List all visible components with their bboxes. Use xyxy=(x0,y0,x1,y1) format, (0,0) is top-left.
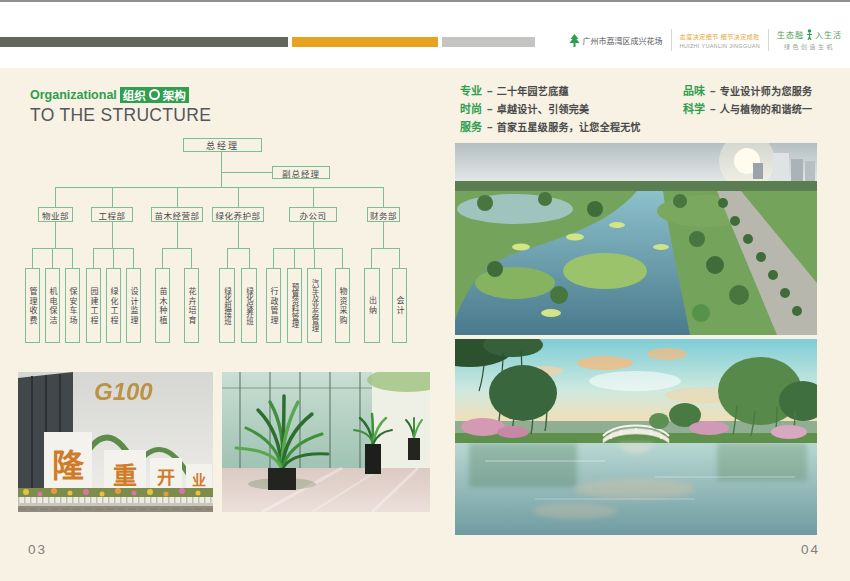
feature-dash: -- xyxy=(487,121,492,132)
divider xyxy=(671,29,672,51)
feature-text: 卓越设计、引领完美 xyxy=(497,101,590,116)
feature-label: 服务 xyxy=(460,118,482,134)
company-name: 广州市荔湾区成兴花场 xyxy=(583,35,663,46)
org-connector xyxy=(313,187,314,207)
motto-line1: 生态融 入生活 xyxy=(777,29,842,40)
org-unit: 园建工程 xyxy=(86,268,101,343)
org-node-general-manager: 总经理 xyxy=(183,138,262,152)
feature-row: 专业 -- 二十年园艺底蕴 xyxy=(460,84,641,96)
feature-text: 专业设计师为您服务 xyxy=(720,83,813,98)
org-connector xyxy=(177,187,178,207)
opening-char: 隆 xyxy=(52,448,85,484)
feature-row: 品味 -- 专业设计师为您服务 xyxy=(683,84,812,96)
org-unit: 管理收费 xyxy=(25,268,40,343)
title-cn-chip: 组织 架构 xyxy=(120,87,189,103)
person-plant-icon xyxy=(805,29,814,40)
org-unit: 物资采购 xyxy=(335,268,350,343)
feature-text: 首家五星级服务，让您全程无忧 xyxy=(497,119,641,134)
g100-topiary-sign: G100 xyxy=(94,378,153,405)
feature-label: 专业 xyxy=(460,82,482,98)
slogan-block: 态度决定细节 细节决定成败 HUIZHI YUANLIN JINGGUAN xyxy=(680,32,760,49)
org-connector xyxy=(162,248,192,249)
org-connector xyxy=(93,248,94,268)
org-connector xyxy=(72,248,73,268)
motto-part1: 生态融 xyxy=(777,29,804,40)
photo-grand-opening: G100 隆 重 开 业 xyxy=(18,372,213,512)
org-unit: 行政管理 xyxy=(266,268,281,343)
title-cn-part2: 架构 xyxy=(163,87,186,103)
org-connector xyxy=(238,222,239,248)
feature-row: 科学 -- 人与植物的和谐统一 xyxy=(683,102,812,114)
opening-char: 重 xyxy=(113,462,137,489)
org-unit: 苗木种植 xyxy=(155,268,170,343)
brand-cluster: 广州市荔湾区成兴花场 态度决定细节 细节决定成败 HUIZHI YUANLIN … xyxy=(569,24,842,56)
org-unit: 保安车场 xyxy=(65,268,80,343)
org-connector xyxy=(399,248,400,268)
opening-char: 开 xyxy=(157,468,175,488)
divider xyxy=(768,29,769,51)
feature-dash: -- xyxy=(487,103,492,114)
org-unit: 出纳 xyxy=(364,268,380,343)
org-connector xyxy=(273,248,343,249)
feature-label: 科学 xyxy=(683,100,705,116)
org-unit: 设计监理 xyxy=(126,268,141,343)
org-unit: 预算资料管理 xyxy=(287,268,302,343)
feature-dash: -- xyxy=(710,85,715,96)
org-connector xyxy=(313,222,314,248)
org-connector xyxy=(52,248,53,268)
org-connector xyxy=(112,222,113,248)
org-connector xyxy=(191,248,192,268)
tree-logo-icon xyxy=(569,34,580,47)
org-connector xyxy=(133,248,134,268)
page-title: Organizational 组织 架构 TO THE STRUCTURE xyxy=(30,86,211,126)
photo-lobby-plants xyxy=(222,372,430,512)
org-node-deputy-manager: 副总经理 xyxy=(272,166,330,179)
feature-row: 服务 -- 首家五星级服务，让您全程无忧 xyxy=(460,120,641,132)
org-connector xyxy=(221,152,222,187)
org-connector xyxy=(221,172,272,173)
org-unit: 机电保洁 xyxy=(45,268,60,343)
org-connector xyxy=(342,248,343,268)
org-connector xyxy=(314,248,315,268)
feature-text: 人与植物的和谐统一 xyxy=(720,101,813,116)
header-bar-light xyxy=(442,37,535,47)
org-connector xyxy=(383,187,384,207)
title-en-small: Organizational xyxy=(30,88,117,102)
org-unit: 绿化工程 xyxy=(106,268,121,343)
page-number-right: 04 xyxy=(801,542,820,557)
feature-text: 二十年园艺底蕴 xyxy=(497,83,569,98)
features-left-column: 专业 -- 二十年园艺底蕴 时尚 -- 卓越设计、引领完美 服务 -- 首家五星… xyxy=(460,84,641,138)
motto-block: 生态融 入生活 绿色创造生机 xyxy=(777,29,842,51)
org-unit: 花卉培育 xyxy=(184,268,199,343)
org-connector xyxy=(113,248,114,268)
org-unit: 会计 xyxy=(392,268,407,343)
feature-label: 品味 xyxy=(683,82,705,98)
org-dept: 绿化养护部 xyxy=(212,207,264,222)
org-connector xyxy=(371,248,372,268)
org-connector xyxy=(162,248,163,268)
org-dept: 工程部 xyxy=(91,207,133,222)
org-connector xyxy=(294,248,295,268)
org-connector xyxy=(238,187,239,207)
opening-char: 业 xyxy=(192,472,206,488)
org-connector xyxy=(383,222,384,248)
brochure-spread: 广州市荔湾区成兴花场 态度决定细节 细节决定成败 HUIZHI YUANLIN … xyxy=(0,0,850,581)
org-dept: 财务部 xyxy=(367,207,400,222)
org-connector xyxy=(227,248,228,268)
org-connector xyxy=(227,248,250,249)
org-connector xyxy=(55,187,384,188)
org-connector xyxy=(55,222,56,248)
org-dept: 办公司 xyxy=(289,207,337,222)
company-logo: 广州市荔湾区成兴花场 xyxy=(569,34,663,47)
header-band: 广州市荔湾区成兴花场 态度决定细节 细节决定成败 HUIZHI YUANLIN … xyxy=(0,2,850,68)
ring-icon xyxy=(149,89,160,100)
feature-label: 时尚 xyxy=(460,100,482,116)
page-number-left: 03 xyxy=(28,542,47,557)
features-right-column: 品味 -- 专业设计师为您服务 科学 -- 人与植物的和谐统一 xyxy=(683,84,812,120)
org-dept: 苗木经营部 xyxy=(151,207,203,222)
org-dept: 物业部 xyxy=(38,207,73,222)
photo-lake-bridge-rendering xyxy=(455,339,817,535)
org-unit: 绿化租摆班 xyxy=(219,268,235,343)
motto-part2: 入生活 xyxy=(815,29,842,40)
org-connector xyxy=(249,248,250,268)
